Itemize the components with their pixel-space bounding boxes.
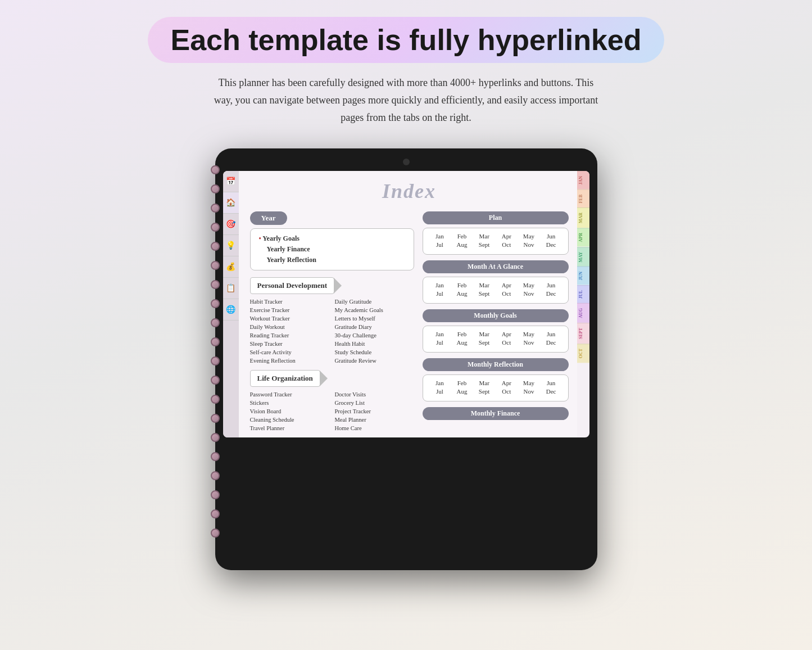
yearly-finance-item[interactable]: Yearly Finance <box>259 244 405 255</box>
goals-jan[interactable]: Jan <box>431 331 448 337</box>
pd-item-academic[interactable]: My Academic Goals <box>335 306 414 314</box>
pd-item-health[interactable]: Health Habit <box>335 340 414 347</box>
glance-aug[interactable]: Aug <box>453 290 470 297</box>
glance-jun[interactable]: Jun <box>543 282 560 288</box>
glance-nov[interactable]: Nov <box>520 290 537 297</box>
tab-mar[interactable]: MAR <box>577 207 589 228</box>
reflection-sept[interactable]: Sept <box>476 388 493 395</box>
lo-item-travel[interactable]: Travel Planner <box>250 424 329 432</box>
yearly-goals-item[interactable]: Yearly Goals <box>259 233 405 244</box>
plan-dec[interactable]: Dec <box>543 241 560 248</box>
pd-item-30day[interactable]: 30-day Challenge <box>335 331 414 339</box>
glance-may[interactable]: May <box>520 282 537 288</box>
plan-sept[interactable]: Sept <box>476 241 493 248</box>
plan-row-2: Jul Aug Sept Oct Nov Dec <box>429 241 562 248</box>
tab-calendar[interactable]: 📅 <box>223 171 239 192</box>
pd-item-workout[interactable]: Workout Tracker <box>250 314 329 322</box>
pd-item-letters[interactable]: Letters to Myself <box>335 314 414 322</box>
tab-notebook[interactable]: 📋 <box>223 278 239 299</box>
plan-mar[interactable]: Mar <box>476 233 493 240</box>
pd-item-reading[interactable]: Reading Tracker <box>250 331 329 339</box>
tab-index[interactable]: 🏠 <box>223 192 239 214</box>
tab-personal-dev[interactable]: 💡 <box>223 235 239 256</box>
lo-item-doctor[interactable]: Doctor Visits <box>335 390 414 398</box>
lo-item-cleaning[interactable]: Cleaning Schedule <box>250 416 329 423</box>
pd-item-gratitude-diary[interactable]: Gratitude Diary <box>335 323 414 331</box>
pd-item-gratitude-review[interactable]: Gratitude Review <box>335 356 414 364</box>
lo-item-stickers[interactable]: Stickers <box>250 399 329 407</box>
glance-mar[interactable]: Mar <box>476 282 493 288</box>
goals-jun[interactable]: Jun <box>543 331 560 337</box>
pd-item-daily-workout[interactable]: Daily Workout <box>250 323 329 331</box>
pd-item-exercise[interactable]: Exercise Tracker <box>250 306 329 314</box>
reflection-may[interactable]: May <box>520 380 537 386</box>
personal-development-badge[interactable]: Personal Development <box>250 277 335 294</box>
tab-feb[interactable]: FEB <box>577 189 589 208</box>
pd-item-evening[interactable]: Evening Reflection <box>250 356 329 364</box>
reflection-dec[interactable]: Dec <box>543 388 560 395</box>
lo-item-grocery[interactable]: Grocery List <box>335 399 414 407</box>
lo-item-password[interactable]: Password Tracker <box>250 390 329 398</box>
plan-jul[interactable]: Jul <box>431 241 448 248</box>
goals-apr[interactable]: Apr <box>498 331 515 337</box>
reflection-jun[interactable]: Jun <box>543 380 560 386</box>
pd-item-selfcare[interactable]: Self-care Activity <box>250 348 329 356</box>
tab-sept[interactable]: SEPT <box>577 323 589 344</box>
tab-aug[interactable]: AUG <box>577 303 589 323</box>
yearly-reflection-item[interactable]: Yearly Reflection <box>259 255 405 265</box>
glance-oct[interactable]: Oct <box>498 290 515 297</box>
reflection-jan[interactable]: Jan <box>431 380 448 386</box>
tab-may[interactable]: MAY <box>577 247 589 267</box>
plan-feb[interactable]: Feb <box>453 233 470 240</box>
reflection-nov[interactable]: Nov <box>520 388 537 395</box>
goals-sept[interactable]: Sept <box>476 339 493 346</box>
tab-apr[interactable]: APR <box>577 228 589 246</box>
plan-aug[interactable]: Aug <box>453 241 470 248</box>
plan-nov[interactable]: Nov <box>520 241 537 248</box>
tab-life-org[interactable]: 🌐 <box>223 299 239 321</box>
goals-may[interactable]: May <box>520 331 537 337</box>
reflection-mar[interactable]: Mar <box>476 380 493 386</box>
reflection-aug[interactable]: Aug <box>453 388 470 395</box>
life-organization-badge[interactable]: Life Organization <box>250 370 320 387</box>
lo-item-home[interactable]: Home Care <box>335 424 414 432</box>
tab-oct[interactable]: OCT <box>577 344 589 363</box>
glance-dec[interactable]: Dec <box>543 290 560 297</box>
tab-finance[interactable]: 💰 <box>223 256 239 278</box>
pd-item-daily-gratitude[interactable]: Daily Gratitude <box>335 297 414 305</box>
plan-oct[interactable]: Oct <box>498 241 515 248</box>
lo-item-project[interactable]: Project Tracker <box>335 407 414 415</box>
glance-sept[interactable]: Sept <box>476 290 493 297</box>
tab-jan[interactable]: JAN <box>577 171 589 189</box>
plan-apr[interactable]: Apr <box>498 233 515 240</box>
goals-oct[interactable]: Oct <box>498 339 515 346</box>
glance-feb[interactable]: Feb <box>453 282 470 288</box>
tab-jun[interactable]: JUN <box>577 267 589 285</box>
plan-may[interactable]: May <box>520 233 537 240</box>
goals-dec[interactable]: Dec <box>543 339 560 346</box>
spiral-ring <box>211 452 220 461</box>
reflection-apr[interactable]: Apr <box>498 380 515 386</box>
reflection-oct[interactable]: Oct <box>498 388 515 395</box>
goals-nov[interactable]: Nov <box>520 339 537 346</box>
pd-item-habit[interactable]: Habit Tracker <box>250 297 329 305</box>
goals-mar[interactable]: Mar <box>476 331 493 337</box>
reflection-feb[interactable]: Feb <box>453 380 470 386</box>
goals-feb[interactable]: Feb <box>453 331 470 337</box>
index-title: Index <box>250 179 569 203</box>
reflection-jul[interactable]: Jul <box>431 388 448 395</box>
tab-jul[interactable]: JUL <box>577 285 589 303</box>
plan-jan[interactable]: Jan <box>431 233 448 240</box>
goals-jul[interactable]: Jul <box>431 339 448 346</box>
goals-aug[interactable]: Aug <box>453 339 470 346</box>
month-glance-badge: Month At A Glance <box>423 260 569 273</box>
lo-item-vision[interactable]: Vision Board <box>250 407 329 415</box>
glance-jan[interactable]: Jan <box>431 282 448 288</box>
pd-item-sleep[interactable]: Sleep Tracker <box>250 340 329 347</box>
glance-apr[interactable]: Apr <box>498 282 515 288</box>
tab-goals[interactable]: 🎯 <box>223 214 239 235</box>
lo-item-meal[interactable]: Meal Planner <box>335 416 414 423</box>
plan-jun[interactable]: Jun <box>543 233 560 240</box>
pd-item-study[interactable]: Study Schedule <box>335 348 414 356</box>
glance-jul[interactable]: Jul <box>431 290 448 297</box>
